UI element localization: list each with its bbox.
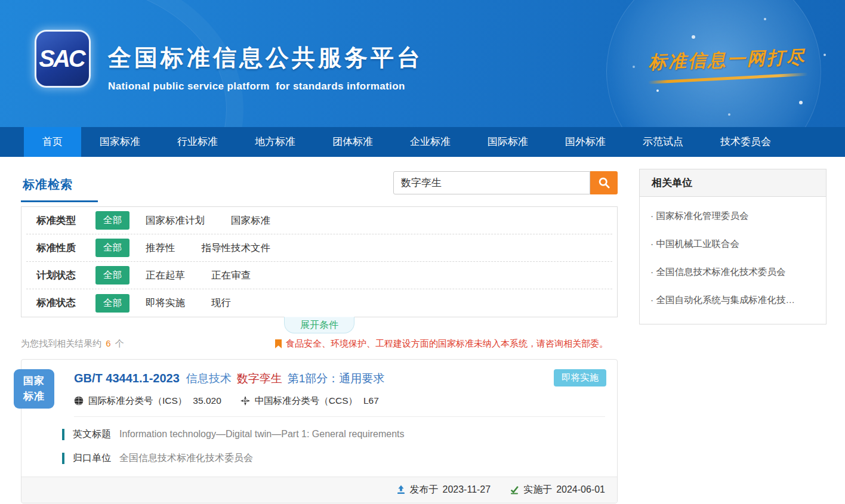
related-units-panel: 相关单位 国家标准化管理委员会 中国机械工业联合会 全国信息技术标准化技术委员会… (639, 169, 827, 324)
nav-item-group-standards[interactable]: 团体标准 (314, 127, 391, 157)
filter-option[interactable]: 现行 (211, 296, 231, 310)
nav-item-pilot[interactable]: 示范试点 (624, 127, 702, 157)
notice-text: 食品安全、环境保护、工程建设方面的国家标准未纳入本系统，请咨询相关部委。 (286, 338, 608, 350)
slogan-text: 标准信息一网打尽 (640, 45, 814, 75)
national-standard-badge: 国家 标准 (14, 369, 54, 409)
title-highlight: 数字孪生 (237, 372, 282, 385)
related-units-list: 国家标准化管理委员会 中国机械工业联合会 全国信息技术标准化技术委员会 全国自动… (640, 197, 826, 324)
filter-option[interactable]: 正在起草 (146, 269, 185, 282)
standard-title-link[interactable]: GB/T 43441.1-2023信息技术数字孪生第1部分：通用要求 (74, 371, 605, 386)
nav-item-national-standards[interactable]: 国家标准 (81, 127, 159, 157)
filter-row-standard-nature: 标准性质 全部 推荐性 指导性技术文件 (26, 234, 612, 262)
filter-label: 标准性质 (36, 242, 95, 255)
slogan-block: 标准信息一网打尽 (640, 45, 815, 83)
search-icon (598, 177, 610, 189)
nav-item-industry-standards[interactable]: 行业标准 (159, 127, 236, 157)
search-box (393, 171, 618, 194)
main-column: 标准检索 标准类型 全部 国家标准计划 国家标准 (21, 169, 618, 503)
sidebar-column: 相关单位 国家标准化管理委员会 中国机械工业联合会 全国信息技术标准化技术委员会… (639, 169, 827, 503)
ics-value: 35.020 (193, 395, 221, 406)
card-divider (74, 416, 605, 417)
header-titles: 全国标准信息公共服务平台 National public service pla… (108, 42, 423, 92)
compass-icon (240, 396, 255, 406)
implement-label: 实施于 (523, 484, 552, 496)
filter-option[interactable]: 指导性技术文件 (202, 242, 271, 255)
nav-item-local-standards[interactable]: 地方标准 (236, 127, 314, 157)
site-title: 全国标准信息公共服务平台 (108, 42, 423, 74)
ics-item: 国际标准分类号（ICS） 35.020 (74, 395, 221, 407)
filter-option[interactable]: 国家标准 (231, 214, 270, 227)
filter-label: 标准状态 (36, 296, 95, 310)
filter-selected-all[interactable]: 全部 (95, 211, 129, 230)
filter-option[interactable]: 推荐性 (146, 242, 175, 255)
teal-bar (62, 429, 64, 440)
filter-row-standard-type: 标准类型 全部 国家标准计划 国家标准 (26, 207, 612, 234)
nav-item-international-standards[interactable]: 国际标准 (469, 127, 547, 157)
expand-conditions-button[interactable]: 展开条件 (284, 317, 354, 333)
search-section-header: 标准检索 (21, 169, 618, 205)
filter-selected-all[interactable]: 全部 (95, 294, 129, 313)
nav-item-enterprise-standards[interactable]: 企业标准 (391, 127, 469, 157)
ics-label: 国际标准分类号（ICS） (88, 395, 187, 407)
upload-icon (396, 485, 410, 494)
section-title-underline: 标准检索 (21, 169, 98, 202)
nav-item-home[interactable]: 首页 (24, 127, 81, 157)
publish-date-item: 发布于 2023-11-27 (396, 484, 491, 496)
standard-code: GB/T 43441.1-2023 (74, 372, 180, 385)
results-info-row: 为您找到相关结果约 6 个 食品安全、环境保护、工程建设方面的国家标准未纳入本系… (21, 338, 618, 350)
filter-selected-all[interactable]: 全部 (95, 266, 129, 285)
filter-option[interactable]: 即将实施 (146, 296, 185, 310)
site-header: SAC 全国标准信息公共服务平台 National public service… (0, 0, 845, 127)
result-count-number: 6 (106, 338, 110, 348)
filter-row-standard-status: 标准状态 全部 即将实施 现行 (26, 289, 612, 317)
site-subtitle: National public service platform for sta… (108, 81, 423, 92)
related-unit-link[interactable]: 全国自动化系统与集成标准化技… (650, 286, 815, 314)
card-footer: 发布于 2023-11-27 实施于 2024-06-01 (21, 477, 617, 503)
system-notice: 食品安全、环境保护、工程建设方面的国家标准未纳入本系统，请咨询相关部委。 (275, 338, 608, 350)
nav-item-foreign-standards[interactable]: 国外标准 (547, 127, 624, 157)
globe-icon (74, 396, 88, 406)
committee-label: 归口单位 (73, 452, 111, 465)
check-icon (510, 485, 523, 494)
section-title: 标准检索 (23, 178, 73, 191)
search-button[interactable] (590, 171, 618, 194)
badge-line1: 国家 (23, 373, 45, 389)
nav-item-technical-committee[interactable]: 技术委员会 (702, 127, 790, 157)
card-body: GB/T 43441.1-2023信息技术数字孪生第1部分：通用要求 国际标准分… (21, 360, 617, 407)
ccs-label: 中国标准分类号（CCS） (255, 395, 357, 407)
status-badge: 即将实施 (554, 369, 606, 386)
result-count: 为您找到相关结果约 6 个 (21, 338, 124, 350)
teal-bar (62, 453, 64, 464)
sac-logo-text: SAC (39, 45, 86, 72)
main-nav: 首页 国家标准 行业标准 地方标准 团体标准 企业标准 国际标准 国外标准 示范… (0, 127, 845, 157)
english-title-row: 英文标题 Information technology—Digital twin… (21, 428, 617, 441)
ccs-item: 中国标准分类号（CCS） L67 (240, 395, 379, 407)
related-unit-link[interactable]: 中国机械工业联合会 (650, 230, 815, 258)
filter-row-plan-status: 计划状态 全部 正在起草 正在审查 (26, 262, 612, 289)
filter-option[interactable]: 正在审查 (211, 269, 251, 282)
related-units-title: 相关单位 (652, 177, 692, 188)
filter-option[interactable]: 国家标准计划 (146, 214, 205, 227)
title-part2: 第1部分：通用要求 (288, 372, 385, 385)
filter-panel: 标准类型 全部 国家标准计划 国家标准 标准性质 全部 推荐性 指导性技术文件 … (21, 206, 618, 317)
publish-date: 2023-11-27 (443, 484, 491, 495)
expand-conditions-wrap: 展开条件 (21, 317, 618, 335)
sac-logo[interactable]: SAC (35, 30, 91, 88)
filter-label: 计划状态 (36, 269, 95, 282)
related-unit-link[interactable]: 全国信息技术标准化技术委员会 (650, 258, 815, 286)
publish-label: 发布于 (410, 484, 439, 496)
english-title-value: Information technology—Digital twin—Part… (119, 429, 405, 440)
bookmark-icon (275, 339, 282, 348)
filter-label: 标准类型 (36, 214, 95, 227)
result-count-suffix: 个 (115, 338, 124, 348)
committee-value: 全国信息技术标准化技术委员会 (119, 452, 253, 465)
implement-date: 2024-06-01 (556, 484, 605, 495)
search-input[interactable] (393, 171, 590, 194)
content-area: 标准检索 标准类型 全部 国家标准计划 国家标准 (0, 157, 845, 504)
title-part1: 信息技术 (186, 372, 232, 385)
implement-date-item: 实施于 2024-06-01 (510, 484, 605, 496)
related-units-header: 相关单位 (640, 169, 826, 197)
filter-selected-all[interactable]: 全部 (95, 239, 129, 257)
glow-dots-decoration (656, 89, 659, 92)
related-unit-link[interactable]: 国家标准化管理委员会 (650, 202, 815, 230)
